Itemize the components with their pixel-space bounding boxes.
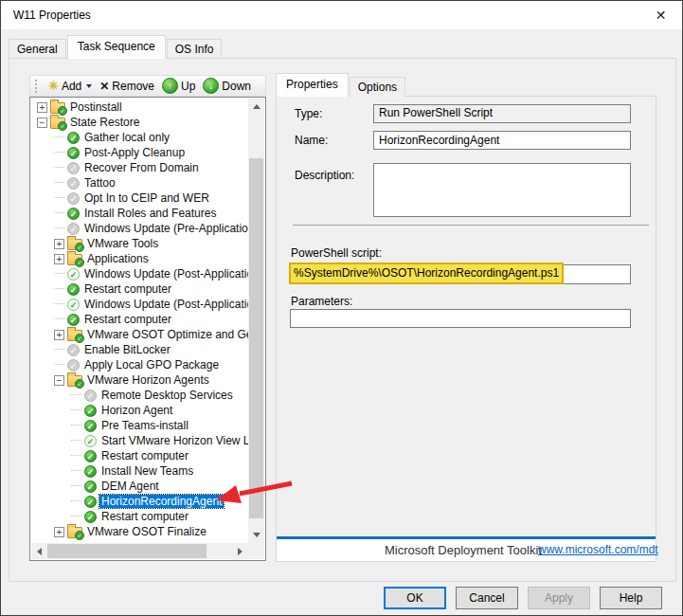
tree-item[interactable]: ✓Tattoo [31, 175, 248, 190]
tree-item[interactable]: ✓Horizon Agent [31, 403, 248, 418]
tree-item-label[interactable]: Enable BitLocker [82, 343, 172, 356]
tree-item[interactable]: +✓VMware OSOT Optimize and Generali [31, 327, 248, 342]
tree-item[interactable]: ✓Pre Teams-install [31, 418, 248, 433]
tree-item-label[interactable]: Restart computer [99, 510, 190, 523]
expand-icon[interactable]: + [54, 254, 64, 264]
tree-item[interactable]: ✓Windows Update (Post-Application Ins [31, 297, 248, 312]
tree-item-label[interactable]: Postinstall [68, 100, 124, 114]
tree-item-label[interactable]: Tattoo [82, 176, 117, 190]
scroll-left-button[interactable] [31, 543, 47, 559]
tree-item-label[interactable]: Windows Update (Pre-Application Inst [82, 222, 248, 235]
tree-item[interactable]: ✓Gather local only [31, 130, 248, 145]
tree-vertical-scrollbar[interactable] [248, 99, 264, 543]
task-sequence-tree[interactable]: +✓Postinstall−✓State Restore✓Gather loca… [31, 100, 248, 543]
tree-item-label[interactable]: HorizonRecordingAgent [99, 495, 224, 508]
tree-item-label[interactable]: Horizon Agent [99, 404, 174, 417]
tree-item-label[interactable]: VMware OSOT Finalize [85, 525, 208, 538]
tree-item-label[interactable]: Install Roles and Features [82, 207, 218, 220]
tree-item[interactable]: ✓DEM Agent [31, 479, 248, 494]
tree-item-label[interactable]: DEM Agent [99, 480, 161, 493]
tree-item-label[interactable]: Restart computer [82, 282, 173, 296]
tree-item[interactable]: +✓VMware Tools [31, 236, 248, 251]
tree-item[interactable]: +✓Postinstall [31, 100, 248, 115]
tree-item-label[interactable]: State Restore [68, 116, 141, 129]
ok-button[interactable]: OK [384, 587, 446, 609]
tree-item[interactable]: ✓Install Roles and Features [31, 206, 248, 221]
down-button-label: Down [222, 80, 251, 93]
mdt-link[interactable]: www.microsoft.com/mdt [538, 543, 658, 556]
tree-item-label[interactable]: Restart computer [99, 449, 190, 462]
remove-button[interactable]: ✕ Remove [96, 77, 158, 96]
description-textarea[interactable] [373, 163, 631, 217]
down-button[interactable]: ↓ Down [199, 77, 255, 96]
tab-general[interactable]: General [9, 39, 66, 59]
tree-item-label[interactable]: Pre Teams-install [99, 419, 190, 432]
tree-item-label[interactable]: VMware OSOT Optimize and Generali [85, 328, 248, 341]
tree-connector [71, 409, 81, 411]
tree-horizontal-scrollbar[interactable] [31, 543, 248, 559]
panel-tabs: PropertiesOptions [276, 74, 406, 97]
tree-item[interactable]: ✓Remote Desktop Services [31, 388, 248, 403]
tree-item-label[interactable]: Apply Local GPO Package [82, 358, 221, 371]
tree-item[interactable]: ✓Apply Local GPO Package [31, 357, 248, 372]
tree-item-label[interactable]: Post-Apply Cleanup [82, 146, 187, 159]
expand-icon[interactable]: + [37, 102, 47, 113]
tree-item[interactable]: ✓Windows Update (Post-Application Ins [31, 266, 248, 281]
tab-task-sequence[interactable]: Task Sequence [67, 35, 166, 59]
tree-item-label[interactable]: Install New Teams [99, 464, 195, 478]
tree-item[interactable]: ✓HorizonRecordingAgent [31, 494, 248, 509]
tree-item-label[interactable]: VMware Tools [85, 237, 160, 250]
tree-item[interactable]: ✓Post-Apply Cleanup [31, 145, 248, 160]
tab-properties[interactable]: Properties [276, 73, 349, 97]
tree-item[interactable]: ✓Restart computer [31, 448, 248, 463]
vertical-scrollbar-thumb[interactable] [249, 158, 263, 518]
tree-item[interactable]: +✓Applications [31, 251, 248, 266]
name-input[interactable] [373, 131, 631, 150]
tree-item[interactable]: ✓Install New Teams [31, 463, 248, 479]
scroll-right-button[interactable] [232, 543, 248, 559]
powershell-script-field[interactable]: %SystemDrive%\OSOT\HorizonRecordingAgent… [290, 264, 631, 284]
tree-item[interactable]: ✓Recover From Domain [31, 160, 248, 175]
expand-icon[interactable]: + [54, 239, 64, 249]
add-button[interactable]: ✳ Add [45, 77, 96, 96]
tree-item[interactable]: −✓State Restore [31, 115, 248, 130]
tree-item[interactable]: ✓Restart computer [31, 312, 248, 327]
tree-item[interactable]: ✓Restart computer [31, 281, 248, 297]
tab-options[interactable]: Options [350, 77, 405, 97]
tree-item[interactable]: −✓VMware Horizon Agents [31, 372, 248, 388]
tree-item-label[interactable]: Start VMware Horizon View Logon [99, 434, 248, 447]
task-sequence-toolbar: ✳ Add ✕ Remove ↑ Up ↓ Down [29, 75, 266, 97]
add-dropdown-caret-icon[interactable] [86, 84, 92, 88]
horizontal-scrollbar-thumb[interactable] [47, 544, 207, 558]
help-button[interactable]: Help [600, 587, 662, 609]
close-icon[interactable]: ✕ [639, 1, 682, 28]
check-green-icon: ✓ [84, 465, 97, 478]
tree-item-label[interactable]: Remote Desktop Services [99, 389, 235, 402]
expand-icon[interactable]: + [54, 527, 64, 537]
scroll-down-button[interactable] [248, 527, 264, 543]
tree-item-label[interactable]: Restart computer [82, 313, 173, 326]
collapse-icon[interactable]: − [54, 375, 64, 386]
tree-item[interactable]: +✓VMware OSOT Finalize [31, 524, 248, 539]
tree-item[interactable]: ✓Opt In to CEIP and WER [31, 190, 248, 206]
tree-item-label[interactable]: Opt In to CEIP and WER [82, 191, 211, 205]
cancel-button[interactable]: Cancel [456, 587, 518, 609]
up-button[interactable]: ↑ Up [158, 77, 199, 96]
tree-item[interactable]: ✓Restart computer [31, 509, 248, 524]
tree-item[interactable]: ✓Start VMware Horizon View Logon [31, 433, 248, 448]
tree-item-label[interactable]: Gather local only [82, 131, 171, 144]
tab-os-info[interactable]: OS Info [167, 39, 223, 59]
tree-item-label[interactable]: Applications [85, 252, 151, 265]
collapse-icon[interactable]: − [37, 118, 47, 128]
tree-item-label[interactable]: Windows Update (Post-Application Ins [82, 298, 248, 311]
tree-item-label[interactable]: Recover From Domain [82, 161, 201, 174]
scroll-up-button[interactable] [248, 99, 264, 115]
parameters-input[interactable] [290, 309, 631, 328]
tree-item-label[interactable]: VMware Horizon Agents [85, 373, 211, 387]
tree-connector [54, 182, 64, 184]
tree-item[interactable]: ✓Windows Update (Pre-Application Inst [31, 221, 248, 236]
tree-item[interactable]: ✓Enable BitLocker [31, 342, 248, 357]
expand-icon[interactable]: + [54, 330, 64, 340]
tree-item-label[interactable]: Windows Update (Post-Application Ins [82, 267, 248, 281]
dialog-buttons: OKCancelApplyHelp [384, 587, 662, 609]
